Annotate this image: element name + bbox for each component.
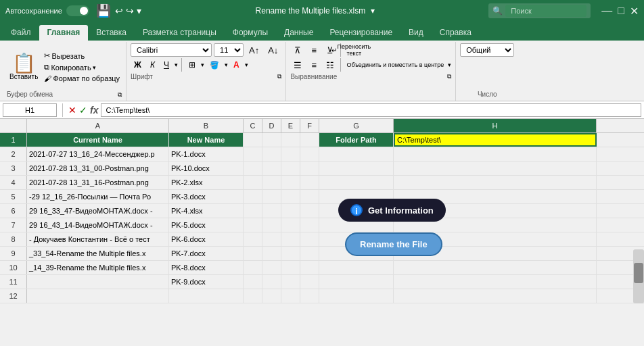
cell-h4[interactable] <box>394 176 597 189</box>
rename-file-button[interactable]: Rename the File <box>345 232 442 256</box>
cell-h2[interactable] <box>394 147 597 161</box>
col-header-f[interactable]: F <box>300 119 319 132</box>
cell-g4[interactable] <box>319 176 394 189</box>
cell-c11[interactable] <box>244 275 262 289</box>
tab-page-layout[interactable]: Разметка страницы <box>135 25 225 41</box>
cell-a4[interactable]: 2021-07-28 13_31_16-Postman.png <box>27 176 169 189</box>
tab-data[interactable]: Данные <box>276 25 321 41</box>
tab-insert[interactable]: Вставка <box>88 25 135 41</box>
cell-e9[interactable] <box>281 247 300 260</box>
cell-e8[interactable] <box>281 232 300 246</box>
cell-f12[interactable] <box>300 289 319 303</box>
align-top-button[interactable]: ⊼ <box>290 43 305 57</box>
row-num-6[interactable]: 6 <box>0 204 27 218</box>
cell-d4[interactable] <box>262 176 281 189</box>
cell-b11[interactable]: PK-9.docx <box>169 275 244 289</box>
cell-d10[interactable] <box>262 261 281 274</box>
col-header-h[interactable]: H <box>394 119 597 132</box>
cell-f7[interactable] <box>300 218 319 232</box>
cell-f6[interactable] <box>300 204 319 218</box>
copy-button[interactable]: ⧉ Копировать ▾ <box>42 62 122 72</box>
row-num-9[interactable]: 9 <box>0 247 27 260</box>
cell-c3[interactable] <box>244 162 262 175</box>
cell-e2[interactable] <box>281 147 300 161</box>
cell-d9[interactable] <box>262 247 281 260</box>
cell-c2[interactable] <box>244 147 262 161</box>
format-painter-button[interactable]: 🖌 Формат по образцу <box>42 74 122 83</box>
cell-e1[interactable] <box>281 133 300 147</box>
cell-e3[interactable] <box>281 162 300 175</box>
cell-b4[interactable]: PK-2.xlsx <box>169 176 244 189</box>
font-grow-button[interactable]: A↑ <box>246 43 262 57</box>
cell-a5[interactable]: -29 12_16_26-Посылки — Почта Ро <box>27 190 169 203</box>
cell-e4[interactable] <box>281 176 300 189</box>
cell-c5[interactable] <box>244 190 262 203</box>
insert-function-icon[interactable]: fx <box>90 105 98 116</box>
cell-d11[interactable] <box>262 275 281 289</box>
borders-button[interactable]: ⊞ <box>185 58 199 72</box>
cell-h3[interactable] <box>394 162 597 175</box>
cell-g12[interactable] <box>319 289 394 303</box>
redo-icon[interactable]: ↪ <box>126 5 134 16</box>
row-num-11[interactable]: 11 <box>0 275 27 289</box>
tab-view[interactable]: Вид <box>400 25 432 41</box>
row-num-5[interactable]: 5 <box>0 190 27 203</box>
cell-c10[interactable] <box>244 261 262 274</box>
cell-c9[interactable] <box>244 247 262 260</box>
row-num-8[interactable]: 8 <box>0 232 27 246</box>
font-shrink-button[interactable]: A↓ <box>264 43 281 57</box>
close-icon[interactable]: ✕ <box>630 5 639 18</box>
minimize-icon[interactable]: — <box>601 5 612 17</box>
tab-formulas[interactable]: Формулы <box>225 25 276 41</box>
merge-center-button[interactable]: Объединить и поместить в центре <box>344 58 446 72</box>
cell-a1[interactable]: Current Name <box>27 133 169 147</box>
cell-e6[interactable] <box>281 204 300 218</box>
cell-a7[interactable]: 29 16_43_14-ВидеоМОНТАЖ.docx - <box>27 218 169 232</box>
save-icon[interactable]: 💾 <box>96 3 111 18</box>
cell-b8[interactable]: PK-6.docx <box>169 232 244 246</box>
italic-button[interactable]: К <box>147 58 158 72</box>
cell-g2[interactable] <box>319 147 394 161</box>
cell-b3[interactable]: PK-10.docx <box>169 162 244 175</box>
cell-e7[interactable] <box>281 218 300 232</box>
cell-c1[interactable] <box>244 133 262 147</box>
cell-f10[interactable] <box>300 261 319 274</box>
cell-g1[interactable]: Folder Path <box>319 133 394 147</box>
cell-d3[interactable] <box>262 162 281 175</box>
cell-g11[interactable] <box>319 275 394 289</box>
formula-cancel-icon[interactable]: ✕ <box>68 105 76 116</box>
cell-d1[interactable] <box>262 133 281 147</box>
fill-color-button[interactable]: 🪣 <box>206 58 223 72</box>
bold-button[interactable]: Ж <box>131 58 145 72</box>
row-num-12[interactable]: 12 <box>0 289 27 303</box>
cell-a12[interactable] <box>27 289 169 303</box>
align-left-button[interactable]: ☰ <box>290 58 305 72</box>
row-num-7[interactable]: 7 <box>0 218 27 232</box>
underline-button[interactable]: Ч <box>160 58 172 72</box>
wrap-text-button[interactable]: ↵Переносить текст <box>344 43 359 57</box>
cell-e12[interactable] <box>281 289 300 303</box>
tab-help[interactable]: Справка <box>432 25 480 41</box>
cell-b7[interactable]: PK-5.docx <box>169 218 244 232</box>
cell-f9[interactable] <box>300 247 319 260</box>
font-size-select[interactable]: 11 <box>214 43 244 57</box>
cut-button[interactable]: ✂ Вырезать <box>42 51 122 61</box>
align-center-button[interactable]: ≡ <box>306 58 321 72</box>
cell-d2[interactable] <box>262 147 281 161</box>
cell-c12[interactable] <box>244 289 262 303</box>
cell-b6[interactable]: PK-4.xlsx <box>169 204 244 218</box>
cell-b2[interactable]: PK-1.docx <box>169 147 244 161</box>
cell-d8[interactable] <box>262 232 281 246</box>
align-middle-button[interactable]: ≡ <box>306 43 321 57</box>
col-header-e[interactable]: E <box>281 119 300 132</box>
tab-home[interactable]: Главная <box>39 25 89 41</box>
undo-icon[interactable]: ↩ <box>115 5 123 16</box>
cell-g10[interactable] <box>319 261 394 274</box>
cell-b9[interactable]: PK-7.docx <box>169 247 244 260</box>
cell-h12[interactable] <box>394 289 597 303</box>
cell-e11[interactable] <box>281 275 300 289</box>
cell-d5[interactable] <box>262 190 281 203</box>
cell-f4[interactable] <box>300 176 319 189</box>
autosave-toggle[interactable] <box>66 5 89 16</box>
cell-f1[interactable] <box>300 133 319 147</box>
